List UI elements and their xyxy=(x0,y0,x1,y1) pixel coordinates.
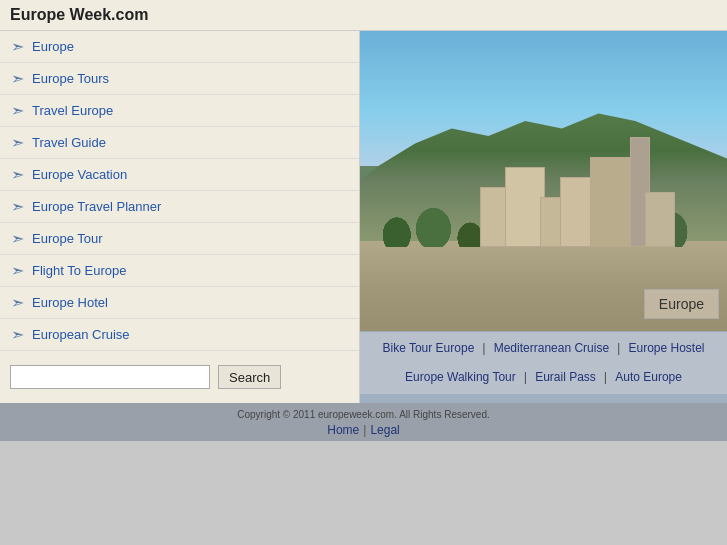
nav-link-europe[interactable]: Europe xyxy=(32,39,74,54)
search-button[interactable]: Search xyxy=(218,365,281,389)
bottom-links-row2: Europe Walking Tour|Eurail Pass|Auto Eur… xyxy=(360,363,727,394)
nav-link-travel-europe[interactable]: Travel Europe xyxy=(32,103,113,118)
separator: | xyxy=(604,369,607,384)
nav-bullet-icon: ➣ xyxy=(10,133,24,152)
footer-separator: | xyxy=(363,423,366,437)
nav-bullet-icon: ➣ xyxy=(10,165,24,184)
nav-list: ➣ Europe ➣ Europe Tours ➣ Travel Europe … xyxy=(0,31,359,351)
nav-link-europe-tour[interactable]: Europe Tour xyxy=(32,231,103,246)
footer-link-legal[interactable]: Legal xyxy=(370,423,399,437)
nav-bullet-icon: ➣ xyxy=(10,101,24,120)
sidebar-item-europe-vacation[interactable]: ➣ Europe Vacation xyxy=(0,159,359,191)
footer-links: Home|Legal xyxy=(0,423,727,437)
sidebar-item-travel-guide[interactable]: ➣ Travel Guide xyxy=(0,127,359,159)
sidebar-item-europe-travel-planner[interactable]: ➣ Europe Travel Planner xyxy=(0,191,359,223)
nav-link-flight-to-europe[interactable]: Flight To Europe xyxy=(32,263,126,278)
footer: Copyright © 2011 europeweek.com. All Rig… xyxy=(0,403,727,441)
nav-bullet-icon: ➣ xyxy=(10,325,24,344)
separator: | xyxy=(524,369,527,384)
nav-bullet-icon: ➣ xyxy=(10,37,24,56)
nav-link-european-cruise[interactable]: European Cruise xyxy=(32,327,130,342)
europe-overlay-button[interactable]: Europe xyxy=(644,289,719,319)
sidebar-item-flight-to-europe[interactable]: ➣ Flight To Europe xyxy=(0,255,359,287)
nav-bullet-icon: ➣ xyxy=(10,293,24,312)
header: Europe Week.com xyxy=(0,0,727,31)
bottom-links-row1: Bike Tour Europe|Mediterranean Cruise|Eu… xyxy=(360,331,727,363)
bottom-link-auto-europe[interactable]: Auto Europe xyxy=(615,370,682,384)
nav-link-travel-guide[interactable]: Travel Guide xyxy=(32,135,106,150)
sidebar-item-europe[interactable]: ➣ Europe xyxy=(0,31,359,63)
sidebar-item-europe-hotel[interactable]: ➣ Europe Hotel xyxy=(0,287,359,319)
bottom-link-europe-walking-tour[interactable]: Europe Walking Tour xyxy=(405,370,516,384)
search-area: Search xyxy=(0,351,359,403)
sidebar-item-travel-europe[interactable]: ➣ Travel Europe xyxy=(0,95,359,127)
right-panel: Europe Bike Tour Europe|Mediterranean Cr… xyxy=(360,31,727,403)
bottom-link-mediterranean-cruise[interactable]: Mediterranean Cruise xyxy=(494,341,609,355)
search-input[interactable] xyxy=(10,365,210,389)
sidebar-item-european-cruise[interactable]: ➣ European Cruise xyxy=(0,319,359,351)
nav-bullet-icon: ➣ xyxy=(10,229,24,248)
nav-link-europe-hotel[interactable]: Europe Hotel xyxy=(32,295,108,310)
sidebar: ➣ Europe ➣ Europe Tours ➣ Travel Europe … xyxy=(0,31,360,403)
bottom-link-bike-tour-europe[interactable]: Bike Tour Europe xyxy=(382,341,474,355)
hero-image: Europe xyxy=(360,31,727,331)
sidebar-item-europe-tours[interactable]: ➣ Europe Tours xyxy=(0,63,359,95)
footer-copyright: Copyright © 2011 europeweek.com. All Rig… xyxy=(0,409,727,420)
building-2 xyxy=(505,167,545,247)
nav-bullet-icon: ➣ xyxy=(10,69,24,88)
nav-bullet-icon: ➣ xyxy=(10,261,24,280)
nav-link-europe-travel-planner[interactable]: Europe Travel Planner xyxy=(32,199,161,214)
building-6 xyxy=(645,192,675,247)
nav-link-europe-tours[interactable]: Europe Tours xyxy=(32,71,109,86)
sidebar-item-europe-tour[interactable]: ➣ Europe Tour xyxy=(0,223,359,255)
bottom-link-eurail-pass[interactable]: Eurail Pass xyxy=(535,370,596,384)
buildings-bg xyxy=(470,87,690,247)
main-content: ➣ Europe ➣ Europe Tours ➣ Travel Europe … xyxy=(0,31,727,403)
nav-link-europe-vacation[interactable]: Europe Vacation xyxy=(32,167,127,182)
bottom-link-europe-hostel[interactable]: Europe Hostel xyxy=(628,341,704,355)
site-title: Europe Week.com xyxy=(10,6,717,24)
footer-link-home[interactable]: Home xyxy=(327,423,359,437)
nav-bullet-icon: ➣ xyxy=(10,197,24,216)
separator: | xyxy=(617,340,620,355)
separator: | xyxy=(482,340,485,355)
